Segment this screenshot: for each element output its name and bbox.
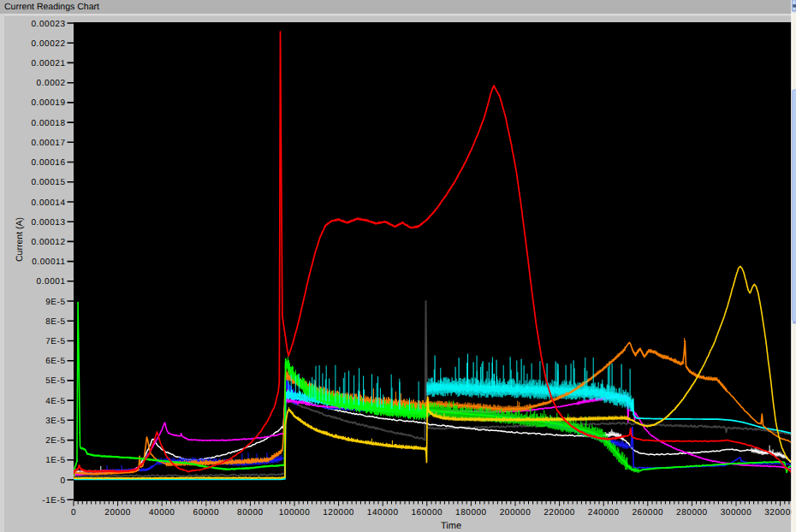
- svg-text:260000: 260000: [632, 508, 663, 517]
- svg-text:200000: 200000: [500, 508, 532, 517]
- svg-text:4E-5: 4E-5: [45, 397, 65, 406]
- svg-text:8E-5: 8E-5: [45, 317, 65, 327]
- svg-text:0: 0: [71, 508, 76, 517]
- svg-text:6E-5: 6E-5: [45, 357, 65, 366]
- svg-text:0.00017: 0.00017: [32, 139, 66, 148]
- svg-text:-1E-5: -1E-5: [42, 496, 65, 505]
- svg-text:5E-5: 5E-5: [45, 376, 65, 386]
- svg-text:0.00022: 0.00022: [32, 39, 66, 49]
- svg-text:0.00014: 0.00014: [32, 198, 66, 208]
- svg-text:40000: 40000: [149, 508, 175, 517]
- svg-text:280000: 280000: [676, 508, 708, 517]
- svg-text:100000: 100000: [279, 508, 311, 517]
- svg-text:0.00021: 0.00021: [32, 59, 66, 68]
- svg-text:2E-5: 2E-5: [45, 436, 65, 446]
- svg-text:9E-5: 9E-5: [45, 298, 65, 307]
- svg-text:80000: 80000: [237, 508, 264, 517]
- svg-text:0.00016: 0.00016: [32, 158, 66, 168]
- svg-text:120000: 120000: [323, 508, 354, 517]
- svg-text:180000: 180000: [455, 508, 487, 517]
- svg-text:Current (A): Current (A): [15, 217, 25, 262]
- svg-text:0: 0: [60, 476, 65, 486]
- svg-text:7E-5: 7E-5: [45, 337, 65, 346]
- svg-text:0.00015: 0.00015: [32, 178, 66, 187]
- svg-text:Time: Time: [441, 521, 461, 531]
- svg-text:0.0002: 0.0002: [37, 79, 66, 88]
- svg-text:160000: 160000: [411, 508, 443, 517]
- svg-text:320000: 320000: [764, 508, 796, 517]
- svg-text:20000: 20000: [104, 508, 131, 517]
- svg-text:Current Readings Chart: Current Readings Chart: [4, 2, 99, 12]
- svg-text:0.00019: 0.00019: [32, 98, 66, 108]
- svg-text:3E-5: 3E-5: [45, 417, 65, 426]
- svg-text:0.0001: 0.0001: [37, 277, 66, 287]
- svg-text:0.00011: 0.00011: [32, 257, 65, 267]
- svg-text:0.00013: 0.00013: [32, 218, 66, 228]
- svg-text:0.00018: 0.00018: [32, 119, 66, 128]
- svg-text:60000: 60000: [193, 508, 220, 517]
- svg-text:220000: 220000: [544, 508, 575, 517]
- svg-text:1E-5: 1E-5: [45, 456, 65, 465]
- svg-text:140000: 140000: [367, 508, 399, 517]
- svg-text:0.00023: 0.00023: [32, 20, 66, 29]
- svg-text:300000: 300000: [721, 508, 752, 517]
- svg-text:240000: 240000: [588, 508, 620, 517]
- svg-text:0.00012: 0.00012: [32, 238, 66, 247]
